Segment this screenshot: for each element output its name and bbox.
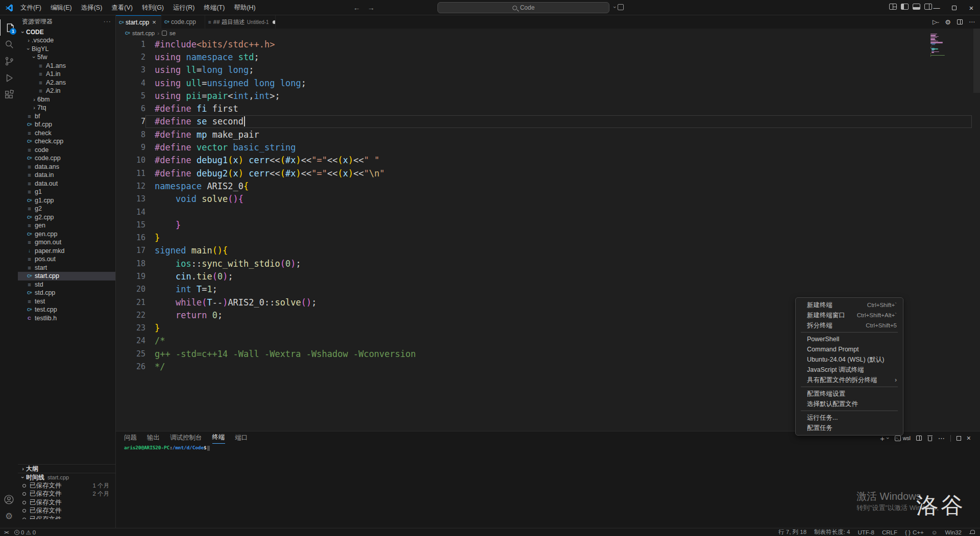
context-menu-item-11[interactable]: 选择默认配置文件	[796, 399, 903, 409]
context-menu-item-8[interactable]: 具有配置文件的拆分终端›	[796, 375, 903, 385]
toggle-panel-icon[interactable]	[913, 4, 920, 10]
tab-code-cpp[interactable]: C+ code.cpp	[161, 15, 205, 29]
tree-item-gmon.out[interactable]: ≡gmon.out	[18, 238, 115, 247]
tree-item-6bm[interactable]: ›6bm	[18, 95, 115, 104]
tree-item-bf[interactable]: ≡bf	[18, 112, 115, 121]
menubar-item-1[interactable]: 编辑(E)	[46, 2, 77, 13]
indent-setting[interactable]: 制表符长度: 4	[814, 528, 850, 536]
tab-untitled[interactable]: ≡ ## 题目描述 Untitled-1	[205, 15, 276, 29]
platform-label[interactable]: Win32	[945, 529, 962, 535]
run-debug-icon[interactable]	[0, 70, 18, 86]
explorer-icon[interactable]: 1	[0, 19, 18, 36]
maximize-panel-icon[interactable]	[957, 436, 961, 441]
timeline-item-2[interactable]: 已保存文件	[18, 498, 115, 507]
panel-tab-1[interactable]: 输出	[147, 431, 160, 444]
more-actions-icon[interactable]: ⋯	[969, 18, 975, 25]
close-panel-icon[interactable]: ×	[967, 434, 971, 442]
customize-layout-icon[interactable]	[889, 4, 897, 10]
tree-item-data.in[interactable]: ≡data.in	[18, 171, 115, 180]
menubar-item-5[interactable]: 运行(R)	[168, 2, 199, 13]
editor-scrollbar[interactable]	[973, 29, 980, 93]
tree-root-folder[interactable]: › CODE	[18, 28, 115, 36]
encoding[interactable]: UTF-8	[857, 529, 874, 535]
tree-item-g1.cpp[interactable]: C+g1.cpp	[18, 196, 115, 205]
context-menu-item-0[interactable]: 新建终端Ctrl+Shift+`	[796, 300, 903, 310]
tree-item-data.out[interactable]: ≡data.out	[18, 180, 115, 188]
kill-terminal-icon[interactable]	[927, 435, 933, 441]
panel-tab-4[interactable]: 端口	[235, 431, 248, 444]
tree-item-start.cpp[interactable]: C+start.cpp	[18, 272, 115, 280]
tree-item-test.cpp[interactable]: C+test.cpp	[18, 305, 115, 314]
split-terminal-icon[interactable]	[916, 436, 922, 441]
tree-item-std.cpp[interactable]: C+std.cpp	[18, 289, 115, 297]
tree-item-A1.in[interactable]: ≡A1.in	[18, 70, 115, 79]
feedback-smiley-icon[interactable]: ☺	[932, 529, 938, 535]
close-button[interactable]: ×	[963, 0, 980, 15]
panel-tab-2[interactable]: 调试控制台	[170, 431, 202, 444]
notifications-bell-icon[interactable]	[969, 530, 975, 535]
panel-tab-3[interactable]: 终端	[212, 431, 225, 444]
tree-item-g2[interactable]: ≡g2	[18, 205, 115, 213]
tree-item-7tq[interactable]: ›7tq	[18, 104, 115, 112]
context-menu-item-10[interactable]: 配置终端设置	[796, 389, 903, 399]
eol-setting[interactable]: CRLF	[882, 529, 897, 535]
context-menu-item-4[interactable]: PowerShell	[796, 334, 903, 344]
tree-item-A1.ans[interactable]: ≡A1.ans	[18, 62, 115, 70]
tree-item-check[interactable]: ≡check	[18, 129, 115, 138]
tree-item-g1[interactable]: ≡g1	[18, 188, 115, 196]
settings-gear-icon[interactable]: ⚙	[0, 508, 18, 524]
tree-item-gen[interactable]: ≡gen	[18, 221, 115, 230]
extensions-icon[interactable]	[0, 87, 18, 103]
tree-item-5fw[interactable]: ›5fw	[18, 53, 115, 62]
timeline-item-4[interactable]: 已保存文件	[18, 515, 115, 519]
tree-item-check.cpp[interactable]: C+check.cpp	[18, 137, 115, 146]
timeline-item-0[interactable]: 已保存文件1 个月	[18, 481, 115, 490]
timeline-item-3[interactable]: 已保存文件	[18, 507, 115, 516]
tree-item-g2.cpp[interactable]: C+g2.cpp	[18, 213, 115, 222]
account-icon[interactable]	[0, 491, 18, 507]
tree-item-pos.out[interactable]: ≡pos.out	[18, 255, 115, 264]
remote-indicator-icon[interactable]: ><	[4, 529, 8, 535]
split-editor-icon[interactable]	[957, 19, 963, 24]
menubar-item-6[interactable]: 终端(T)	[199, 2, 229, 13]
panel-tab-0[interactable]: 问题	[124, 431, 137, 444]
context-menu-item-6[interactable]: Ubuntu-24.04 (WSL) (默认)	[796, 354, 903, 365]
terminal-icon[interactable]: >_	[895, 436, 901, 441]
source-control-icon[interactable]	[0, 53, 18, 69]
restore-button[interactable]	[945, 0, 963, 15]
context-menu-item-1[interactable]: 新建终端窗口Ctrl+Shift+Alt+`	[796, 310, 903, 320]
cursor-position[interactable]: 行 7, 列 18	[778, 528, 806, 536]
tab-start-cpp[interactable]: C+ start.cpp ×	[116, 15, 161, 29]
tree-item-paper.mkd[interactable]: ↓paper.mkd	[18, 247, 115, 256]
panel-more-icon[interactable]: ⋯	[938, 435, 945, 442]
tree-item-testlib.h[interactable]: Ctestlib.h	[18, 314, 115, 323]
terminal-dropdown-icon[interactable]: ›	[885, 437, 891, 439]
breadcrumb-file[interactable]: start.cpp	[132, 30, 155, 36]
search-sidebar-icon[interactable]	[0, 36, 18, 53]
minimize-button[interactable]: —	[928, 0, 945, 15]
run-file-button[interactable]: ▷›	[933, 18, 939, 25]
nav-forward-icon[interactable]: →	[368, 4, 375, 12]
tree-item-std[interactable]: ≡std	[18, 280, 115, 289]
chevron-down-icon[interactable]: ›	[612, 6, 618, 8]
tree-item-.vscode[interactable]: ›.vscode	[18, 36, 115, 45]
tree-item-gen.cpp[interactable]: C+gen.cpp	[18, 230, 115, 239]
tree-item-A2.ans[interactable]: ≡A2.ans	[18, 79, 115, 87]
language-mode[interactable]: { } C++	[905, 529, 924, 535]
menubar-item-2[interactable]: 选择(S)	[77, 2, 107, 13]
explorer-more-icon[interactable]: ···	[104, 18, 112, 25]
toggle-primary-sidebar-icon[interactable]	[901, 4, 909, 10]
context-menu-item-2[interactable]: 拆分终端Ctrl+Shift+5	[796, 320, 903, 330]
terminal[interactable]: aris20@ARIS20-PC:/mnt/d/Code$	[124, 445, 210, 451]
tree-item-BigYL[interactable]: ›BigYL	[18, 45, 115, 54]
timeline-section[interactable]: › 时间线 start.cpp	[18, 473, 115, 481]
breadcrumb-symbol[interactable]: se	[169, 30, 176, 36]
tree-item-code.cpp[interactable]: C+code.cpp	[18, 154, 115, 163]
menubar-item-7[interactable]: 帮助(H)	[229, 2, 260, 13]
nav-back-icon[interactable]: ←	[353, 4, 360, 12]
context-menu-item-14[interactable]: 配置任务	[796, 423, 903, 433]
timeline-item-1[interactable]: 已保存文件2 个月	[18, 490, 115, 499]
outline-section[interactable]: › 大纲	[18, 464, 115, 473]
close-tab-icon[interactable]: ×	[152, 18, 156, 26]
settings-icon[interactable]: ⚙	[945, 18, 951, 26]
